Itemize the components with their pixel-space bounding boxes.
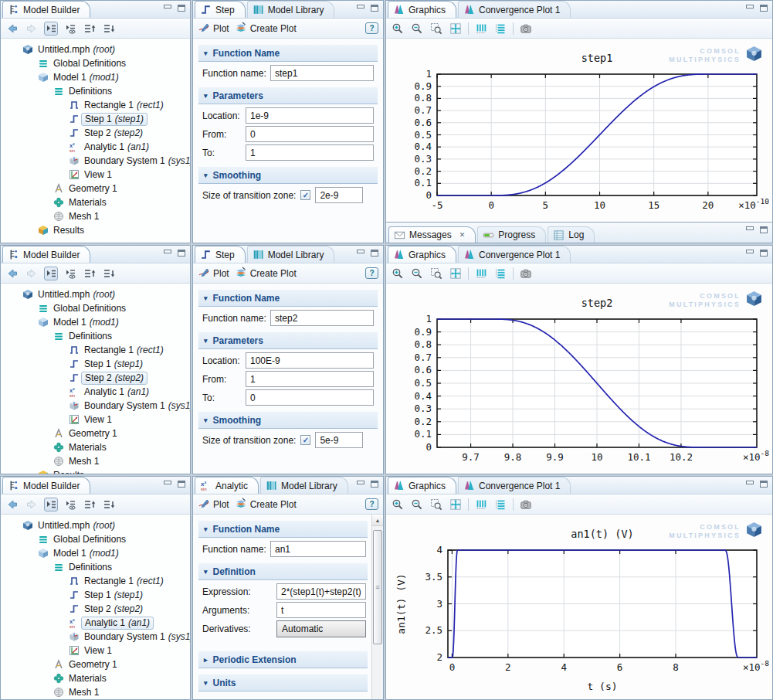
tree-item-step1[interactable]: Step 1(step1)	[1, 112, 190, 126]
location-field[interactable]	[246, 107, 374, 124]
tree-item-mesh1[interactable]: Mesh 1	[1, 454, 190, 468]
show-hide-icon[interactable]	[63, 22, 77, 36]
tree-item-definitions[interactable]: Definitions	[1, 329, 190, 343]
forward-icon[interactable]	[25, 267, 39, 280]
tree-item-rect1[interactable]: Rectangle 1(rect1)	[1, 343, 190, 357]
tab-convergence-plot[interactable]: Convergence Plot 1	[458, 246, 571, 263]
tree-item-step2[interactable]: Step 2(step2)	[1, 602, 190, 616]
plot-canvas[interactable]: COMSOLMULTIPHYSICS-50510152000.10.20.30.…	[386, 39, 772, 222]
snapshot-icon[interactable]	[519, 498, 533, 511]
tab-model-builder[interactable]: Model Builder	[2, 246, 90, 263]
show-hide-icon[interactable]	[63, 498, 77, 511]
tree-item-view1[interactable]: View 1	[1, 413, 190, 426]
expression-field[interactable]	[276, 583, 366, 600]
tab-log[interactable]: Log	[548, 226, 595, 243]
tree-item-sys1[interactable]: Boundary System 1(sys1)	[1, 399, 190, 413]
minimize-button[interactable]	[357, 5, 364, 12]
tree-item-an1[interactable]: x²sinAnalytic 1(an1)	[1, 616, 190, 630]
tree-item-step2[interactable]: Step 2(step2)	[1, 371, 190, 385]
tab-convergence-plot[interactable]: Convergence Plot 1	[458, 1, 571, 18]
collapse-all-icon[interactable]	[44, 22, 58, 36]
tree-item-view1[interactable]: View 1	[1, 644, 190, 658]
section-header-function-name[interactable]: ▾Function Name	[198, 521, 368, 538]
section-header-parameters[interactable]: ▾Parameters	[198, 87, 378, 104]
zoom-out-icon[interactable]	[410, 267, 424, 280]
tree-item-step2[interactable]: Step 2(step2)	[1, 126, 190, 140]
zoom-extents-icon[interactable]	[449, 498, 463, 511]
zoom-extents-icon[interactable]	[449, 267, 463, 280]
minimize-button[interactable]	[357, 481, 364, 488]
tab-step[interactable]: Step	[195, 1, 246, 18]
tree-item-model1[interactable]: Model 1(mod1)	[1, 315, 190, 329]
minimize-button[interactable]	[746, 481, 754, 488]
grid-y-icon[interactable]	[493, 22, 507, 36]
minimize-button[interactable]	[164, 250, 171, 257]
minimize-button[interactable]	[164, 5, 171, 12]
snapshot-icon[interactable]	[519, 267, 533, 280]
tree-item-globaldef[interactable]: Global Definitions	[1, 56, 190, 70]
tree-item-geometry1[interactable]: Geometry 1	[1, 426, 190, 440]
tree-item-root[interactable]: Untitled.mph(root)	[1, 42, 190, 56]
plot-button[interactable]: Plot	[198, 266, 229, 280]
minimize-button[interactable]	[357, 250, 364, 257]
section-header-smoothing[interactable]: ▾Smoothing	[198, 412, 378, 429]
tab-model-builder[interactable]: Model Builder	[2, 1, 90, 18]
tab-step[interactable]: Step	[195, 246, 246, 263]
to-field[interactable]	[246, 389, 374, 406]
forward-icon[interactable]	[25, 22, 39, 36]
tree-item-step1[interactable]: Step 1(step1)	[1, 357, 190, 371]
move-down-icon[interactable]	[102, 267, 116, 280]
tab-model-library[interactable]: Model Library	[260, 477, 348, 494]
settings-scrollbar[interactable]: ▲≡	[371, 515, 383, 699]
create-plot-button[interactable]: Create Plot	[235, 21, 297, 36]
maximize-button[interactable]	[760, 5, 768, 12]
maximize-button[interactable]	[760, 226, 768, 233]
create-plot-button[interactable]: Create Plot	[235, 266, 297, 280]
maximize-button[interactable]	[178, 481, 185, 488]
functionname-field[interactable]	[270, 541, 366, 557]
tree-item-root[interactable]: Untitled.mph(root)	[1, 287, 190, 301]
grid-x-icon[interactable]	[474, 22, 488, 36]
zoom-extents-icon[interactable]	[449, 22, 463, 36]
zoom-out-icon[interactable]	[410, 498, 424, 511]
plot-canvas[interactable]: COMSOLMULTIPHYSICS0246822.533.54×10-8an1…	[386, 515, 772, 699]
close-icon[interactable]: ✕	[459, 231, 466, 239]
maximize-button[interactable]	[371, 5, 378, 12]
tree-item-definitions[interactable]: Definitions	[1, 84, 190, 98]
back-icon[interactable]	[5, 498, 19, 511]
transition-zone-field[interactable]	[315, 187, 363, 203]
help-button[interactable]: ?	[365, 267, 378, 279]
section-header-periodic-extension[interactable]: ▸Periodic Extension	[198, 651, 368, 668]
maximize-button[interactable]	[178, 250, 185, 257]
transition-zone-checkbox[interactable]: ✓	[300, 190, 310, 200]
tree-item-geometry1[interactable]: Geometry 1	[1, 182, 190, 195]
help-button[interactable]: ?	[365, 22, 378, 34]
move-down-icon[interactable]	[102, 498, 116, 511]
tree-item-rect1[interactable]: Rectangle 1(rect1)	[1, 98, 190, 112]
forward-icon[interactable]	[25, 498, 39, 511]
section-header-parameters[interactable]: ▾Parameters	[198, 332, 378, 349]
section-header-definition[interactable]: ▾Definition	[198, 563, 368, 580]
tab-graphics[interactable]: Graphics	[388, 477, 456, 494]
tree-item-root[interactable]: Untitled.mph(root)	[1, 518, 190, 532]
tree-item-mesh1[interactable]: Mesh 1	[1, 209, 190, 223]
move-up-icon[interactable]	[83, 267, 97, 280]
tree-item-globaldef[interactable]: Global Definitions	[1, 532, 190, 546]
tree-item-rect1[interactable]: Rectangle 1(rect1)	[1, 574, 190, 588]
create-plot-button[interactable]: Create Plot	[235, 497, 297, 511]
show-hide-icon[interactable]	[63, 267, 77, 280]
section-header-function-name[interactable]: ▾Function Name	[198, 290, 378, 307]
tab-progress[interactable]: Progress	[477, 226, 546, 243]
section-header-function-name[interactable]: ▾Function Name	[198, 45, 378, 62]
transition-zone-field[interactable]	[315, 432, 363, 448]
tree-item-view1[interactable]: View 1	[1, 168, 190, 182]
to-field[interactable]	[246, 144, 374, 161]
zoom-in-icon[interactable]	[391, 267, 405, 280]
collapse-all-icon[interactable]	[44, 267, 58, 280]
tree-item-materials[interactable]: Materials	[1, 195, 190, 209]
help-button[interactable]: ?	[365, 498, 378, 510]
functionname-field[interactable]	[270, 65, 374, 81]
tree-item-mesh1[interactable]: Mesh 1	[1, 685, 190, 699]
maximize-button[interactable]	[760, 481, 768, 488]
grid-x-icon[interactable]	[474, 267, 488, 280]
